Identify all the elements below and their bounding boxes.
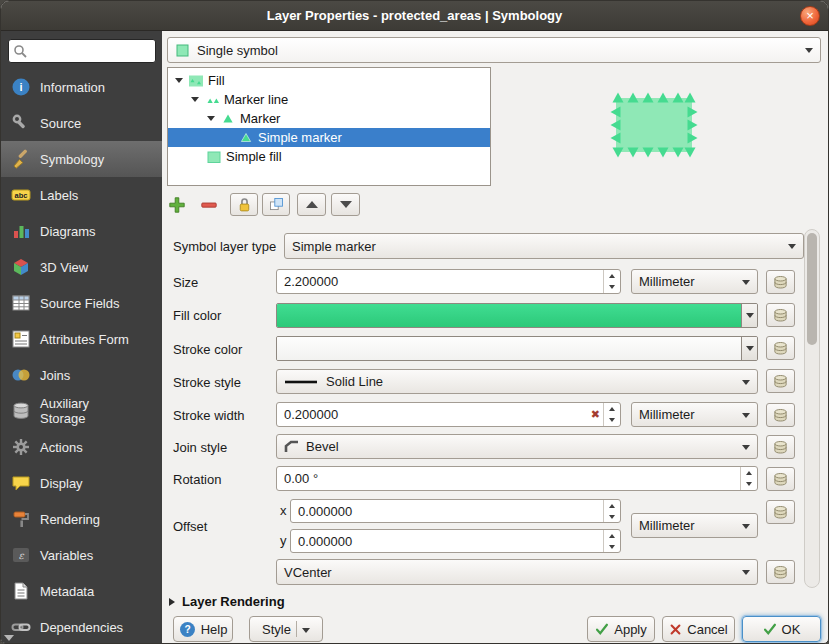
stroke-style-override-button[interactable]: [766, 369, 795, 393]
sidebar-item-auxiliary-storage[interactable]: Auxiliary Storage: [1, 393, 162, 429]
check-icon: [763, 622, 777, 636]
scrollbar-thumb[interactable]: [807, 233, 817, 345]
symbol-layer-type-combobox[interactable]: Simple marker: [284, 233, 804, 259]
expander-down-icon[interactable]: [175, 78, 183, 83]
sidebar-item-metadata[interactable]: Metadata: [1, 573, 162, 609]
offset-x-input[interactable]: [291, 500, 603, 522]
stroke-width-override-button[interactable]: [766, 403, 795, 427]
sidebar-item-dependencies[interactable]: Dependencies: [1, 609, 162, 643]
spin-down-icon[interactable]: [604, 511, 620, 522]
spin-down-icon[interactable]: [604, 282, 620, 294]
cancel-button[interactable]: Cancel: [662, 616, 735, 642]
stroke-width-spinbox[interactable]: ✖: [276, 402, 621, 427]
clear-field-icon[interactable]: ✖: [588, 409, 603, 420]
stroke-width-input[interactable]: [277, 403, 588, 426]
size-unit-combobox[interactable]: Millimeter: [631, 269, 758, 294]
sidebar-item-labels[interactable]: abc Labels: [1, 177, 162, 213]
join-style-combobox[interactable]: Bevel: [276, 434, 758, 459]
stroke-color-dropdown[interactable]: [741, 337, 757, 360]
rotation-input[interactable]: [277, 467, 740, 490]
dependencies-link-icon: [11, 617, 31, 637]
anchor-override-button[interactable]: [766, 560, 795, 584]
move-up-button[interactable]: [297, 193, 326, 216]
size-input[interactable]: [277, 270, 603, 293]
spin-down-icon[interactable]: [741, 479, 757, 491]
remove-symbol-layer-button[interactable]: [197, 193, 221, 216]
stroke-color-override-button[interactable]: [766, 336, 795, 360]
anchor-vcenter-combobox[interactable]: VCenter: [276, 559, 758, 585]
renderer-combobox[interactable]: Single symbol: [167, 37, 821, 63]
sidebar-item-actions[interactable]: Actions: [1, 429, 162, 465]
rotation-override-button[interactable]: [766, 467, 795, 491]
offset-unit-combobox[interactable]: Millimeter: [631, 513, 758, 538]
stroke-color-button[interactable]: [276, 336, 758, 361]
titlebar[interactable]: Layer Properties - protected_areas | Sym…: [1, 1, 828, 31]
offset-y-spinbox[interactable]: [290, 529, 621, 553]
fill-color-button[interactable]: [276, 303, 758, 328]
offset-y-input[interactable]: [291, 530, 603, 552]
spin-down-icon[interactable]: [604, 415, 620, 427]
join-style-value: Bevel: [306, 439, 339, 454]
sidebar-item-symbology[interactable]: Symbology: [1, 141, 162, 177]
spin-down-icon[interactable]: [604, 541, 620, 552]
spin-up-icon[interactable]: [604, 403, 620, 415]
tree-item-marker[interactable]: Marker: [168, 109, 490, 128]
spin-up-icon[interactable]: [604, 500, 620, 511]
sidebar-item-joins[interactable]: Joins: [1, 357, 162, 393]
sidebar-item-display[interactable]: Display: [1, 465, 162, 501]
chevron-down-icon: [742, 445, 750, 450]
layer-rendering-section[interactable]: Layer Rendering: [169, 594, 285, 609]
stroke-style-combobox[interactable]: Solid Line: [276, 369, 758, 394]
size-override-button[interactable]: [766, 270, 795, 294]
form-scrollbar[interactable]: [804, 229, 820, 588]
expander-down-icon[interactable]: [207, 116, 215, 121]
sidebar-item-source-fields[interactable]: Source Fields: [1, 285, 162, 321]
sidebar-item-attributes-form[interactable]: Attributes Form: [1, 321, 162, 357]
sidebar-item-information[interactable]: i Information: [1, 69, 162, 105]
move-down-button[interactable]: [331, 193, 360, 216]
sidebar-item-label: Attributes Form: [40, 332, 129, 347]
spin-up-icon[interactable]: [741, 467, 757, 479]
style-separator: [296, 621, 297, 637]
add-symbol-layer-button[interactable]: [165, 193, 189, 216]
size-spinbox[interactable]: [276, 269, 621, 294]
tree-item-marker-line[interactable]: Marker line: [168, 90, 490, 109]
search-input[interactable]: [30, 44, 152, 58]
size-label: Size: [173, 275, 198, 290]
sidebar-search[interactable]: [8, 39, 156, 63]
chevron-down-icon: [742, 380, 750, 385]
expander-right-icon: [169, 598, 175, 606]
chevron-down-icon: [746, 313, 754, 318]
rotation-spinbox[interactable]: [276, 466, 758, 491]
offset-override-button[interactable]: [766, 500, 795, 524]
fill-color-override-button[interactable]: [766, 303, 795, 327]
sidebar-item-label: Dependencies: [40, 620, 123, 635]
apply-button[interactable]: Apply: [587, 616, 655, 642]
spin-up-icon[interactable]: [604, 270, 620, 282]
expander-down-icon[interactable]: [191, 97, 199, 102]
cancel-label: Cancel: [687, 622, 727, 637]
tree-item-simple-marker[interactable]: Simple marker: [168, 128, 490, 147]
sidebar-item-source[interactable]: Source: [1, 105, 162, 141]
join-style-label: Join style: [173, 440, 227, 455]
duplicate-symbol-layer-button[interactable]: [262, 193, 290, 216]
stroke-width-unit-combobox[interactable]: Millimeter: [631, 402, 758, 427]
sidebar-item-variables[interactable]: ε Variables: [1, 537, 162, 573]
size-unit-value: Millimeter: [639, 274, 695, 289]
sidebar-item-diagrams[interactable]: Diagrams: [1, 213, 162, 249]
lock-color-button[interactable]: [230, 193, 258, 216]
ok-button[interactable]: OK: [742, 616, 821, 642]
tree-item-simple-fill[interactable]: Simple fill: [168, 147, 490, 166]
tree-item-fill[interactable]: Fill: [168, 71, 490, 90]
tree-item-label: Marker: [240, 111, 280, 126]
sidebar-scroll-down-icon[interactable]: [4, 635, 14, 641]
close-icon[interactable]: ×: [800, 6, 820, 26]
sidebar-item-3d-view[interactable]: 3D View: [1, 249, 162, 285]
join-style-override-button[interactable]: [766, 435, 795, 459]
spin-up-icon[interactable]: [604, 530, 620, 541]
sidebar-item-rendering[interactable]: Rendering: [1, 501, 162, 537]
offset-x-spinbox[interactable]: [290, 499, 621, 523]
help-button[interactable]: ? Help: [173, 616, 233, 642]
style-menu-button[interactable]: Style: [249, 616, 323, 642]
fill-color-dropdown[interactable]: [741, 304, 757, 327]
